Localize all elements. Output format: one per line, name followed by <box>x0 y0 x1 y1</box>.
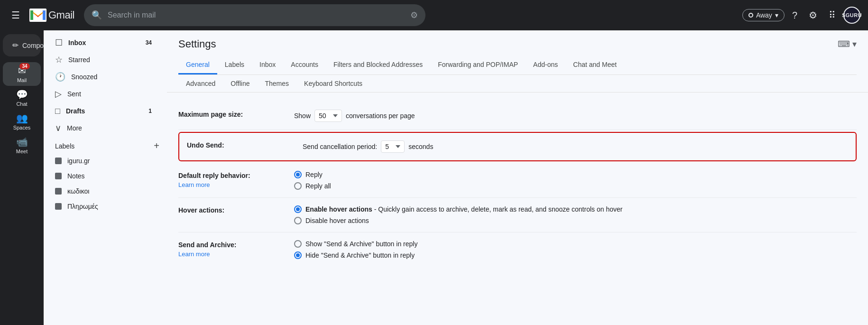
send-archive-control: Show "Send & Archive" button in reply Hi… <box>294 240 857 259</box>
labels-add-button[interactable]: + <box>154 140 159 151</box>
settings-header: Settings ⌨ ▾ General Labels Inbox Accoun… <box>167 30 868 75</box>
label-name-notes: Notes <box>67 172 85 180</box>
disable-hover-option[interactable]: Disable hover actions <box>294 217 369 224</box>
nav-more[interactable]: ∨ More <box>44 120 159 137</box>
tab-labels[interactable]: Labels <box>217 56 252 74</box>
nav-starred[interactable]: ☆ Starred <box>44 51 159 68</box>
reply-radio[interactable] <box>294 171 302 178</box>
nav-inbox[interactable]: ☐ Inbox 34 <box>44 34 159 51</box>
gmail-logo: Gmail <box>29 9 74 22</box>
tab-keyboard-shortcuts[interactable]: Keyboard Shortcuts <box>296 75 370 92</box>
label-notes[interactable]: Notes <box>44 168 159 184</box>
hover-actions-label: Hover actions: <box>178 205 283 214</box>
status-dot <box>748 13 753 18</box>
disable-hover-radio[interactable] <box>294 217 302 224</box>
tab-general[interactable]: General <box>178 56 217 74</box>
tab-offline[interactable]: Offline <box>223 75 257 92</box>
label-pliromes[interactable]: Πληρωμές <box>44 199 159 214</box>
enable-hover-radio[interactable] <box>294 205 302 213</box>
tab-advanced[interactable]: Advanced <box>178 75 223 92</box>
content-area: Settings ⌨ ▾ General Labels Inbox Accoun… <box>167 30 868 325</box>
default-reply-control: Reply Reply all <box>294 171 857 190</box>
reply-option[interactable]: Reply <box>294 171 323 178</box>
show-send-archive-label: Show "Send & Archive" button in reply <box>305 240 417 248</box>
inbox-count: 34 <box>146 39 152 46</box>
sidebar-item-meet[interactable]: 📹 Meet <box>3 133 41 157</box>
spaces-icon: 👥 <box>16 112 28 124</box>
undo-send-seconds-text: seconds <box>408 143 433 150</box>
mail-label: Mail <box>17 77 27 83</box>
sidebar-nav: ✉ 34 Mail 💬 Chat 👥 Spaces 📹 Meet <box>0 62 44 157</box>
settings-tabs-row1: General Labels Inbox Accounts Filters an… <box>178 56 857 75</box>
show-send-archive-option[interactable]: Show "Send & Archive" button in reply <box>294 240 417 248</box>
undo-send-cancellation-text: Send cancellation period: <box>303 143 377 150</box>
tab-forwarding[interactable]: Forwarding and POP/IMAP <box>430 56 526 74</box>
chat-icon: 💬 <box>16 89 28 100</box>
label-name-pliromes: Πληρωμές <box>67 203 98 210</box>
mail-icon: ✉ 34 <box>18 65 26 76</box>
max-page-size-control: Show 10 15 20 25 50 100 conversations pe… <box>294 110 857 122</box>
max-page-size-suffix: conversations per page <box>346 112 415 120</box>
search-input[interactable] <box>108 11 405 19</box>
sidebar-item-spaces[interactable]: 👥 Spaces <box>3 110 41 133</box>
default-reply-row: Default reply behavior: Learn more Reply… <box>178 163 857 198</box>
label-kwdikoi[interactable]: κωδικοι <box>44 184 159 199</box>
status-chevron-icon: ▾ <box>775 11 778 19</box>
search-filter-icon[interactable]: ⚙ <box>410 10 418 20</box>
enable-hover-option[interactable]: Enable hover actions - Quickly gain acce… <box>294 205 622 213</box>
settings-content: Maximum page size: Show 10 15 20 25 50 1… <box>167 93 868 276</box>
label-iguru[interactable]: iguru.gr <box>44 153 159 168</box>
reply-all-radio[interactable] <box>294 182 302 190</box>
menu-icon[interactable]: ☰ <box>8 6 24 25</box>
help-button[interactable]: ? <box>788 6 801 25</box>
hide-send-archive-option[interactable]: Hide "Send & Archive" button in reply <box>294 251 415 259</box>
compose-button[interactable]: ✏ Compose <box>3 34 41 56</box>
sidebar-item-chat[interactable]: 💬 Chat <box>3 86 41 110</box>
sidebar: ✏ Compose ✉ 34 Mail 💬 Chat 👥 Spaces 📹 <box>0 30 44 325</box>
hover-actions-row: Hover actions: Enable hover actions - Qu… <box>178 198 857 232</box>
label-name-kwdikoi: κωδικοι <box>67 187 89 195</box>
apps-button[interactable]: ⠿ <box>825 6 840 25</box>
sent-label: Sent <box>67 90 152 98</box>
tab-themes[interactable]: Themes <box>258 75 297 92</box>
undo-send-row: Undo Send: Send cancellation period: 5 1… <box>178 132 857 161</box>
reply-all-option[interactable]: Reply all <box>294 182 331 190</box>
undo-send-select[interactable]: 5 10 20 30 <box>381 140 405 153</box>
nav-snoozed[interactable]: 🕐 Snoozed <box>44 68 159 85</box>
sidebar-item-mail[interactable]: ✉ 34 Mail <box>3 62 41 86</box>
starred-icon: ☆ <box>55 55 63 65</box>
drafts-count: 1 <box>148 108 152 114</box>
undo-send-control: Send cancellation period: 5 10 20 30 sec… <box>303 140 848 153</box>
nav-drafts[interactable]: □ Drafts 1 <box>44 102 159 120</box>
settings-title-text: Settings <box>178 38 216 50</box>
tab-chatmeet[interactable]: Chat and Meet <box>565 56 624 74</box>
settings-title-row: Settings ⌨ ▾ <box>178 38 857 50</box>
hide-send-archive-radio[interactable] <box>294 251 302 259</box>
send-archive-learn-more[interactable]: Learn more <box>178 251 283 258</box>
label-dot-kwdikoi <box>55 188 62 195</box>
keyboard-icon[interactable]: ⌨ ▾ <box>838 39 857 49</box>
gmail-text: Gmail <box>48 9 74 21</box>
send-archive-row: Send and Archive: Learn more Show "Send … <box>178 232 857 267</box>
tab-inbox[interactable]: Inbox <box>252 56 283 74</box>
tab-addons[interactable]: Add-ons <box>526 56 565 74</box>
nav-sent[interactable]: ▷ Sent <box>44 85 159 102</box>
chat-label: Chat <box>16 101 27 107</box>
avatar[interactable]: SGURU <box>843 7 860 24</box>
tab-accounts[interactable]: Accounts <box>283 56 326 74</box>
more-icon: ∨ <box>55 123 61 133</box>
topbar-right: Away ▾ ? ⚙ ⠿ SGURU <box>742 6 860 25</box>
snoozed-icon: 🕐 <box>55 72 65 82</box>
search-bar: 🔍 ⚙ <box>84 4 425 26</box>
max-page-size-select[interactable]: 10 15 20 25 50 100 <box>314 110 342 122</box>
show-send-archive-radio[interactable] <box>294 240 302 248</box>
reply-all-label: Reply all <box>305 182 331 190</box>
tab-filters[interactable]: Filters and Blocked Addresses <box>326 56 430 74</box>
settings-button[interactable]: ⚙ <box>805 6 821 25</box>
status-pill[interactable]: Away ▾ <box>742 9 785 21</box>
default-reply-learn-more[interactable]: Learn more <box>178 181 283 188</box>
hide-send-archive-label: Hide "Send & Archive" button in reply <box>305 251 415 259</box>
hover-actions-control: Enable hover actions - Quickly gain acce… <box>294 205 857 224</box>
mail-badge: 34 <box>19 63 29 69</box>
inbox-icon: ☐ <box>55 37 63 48</box>
